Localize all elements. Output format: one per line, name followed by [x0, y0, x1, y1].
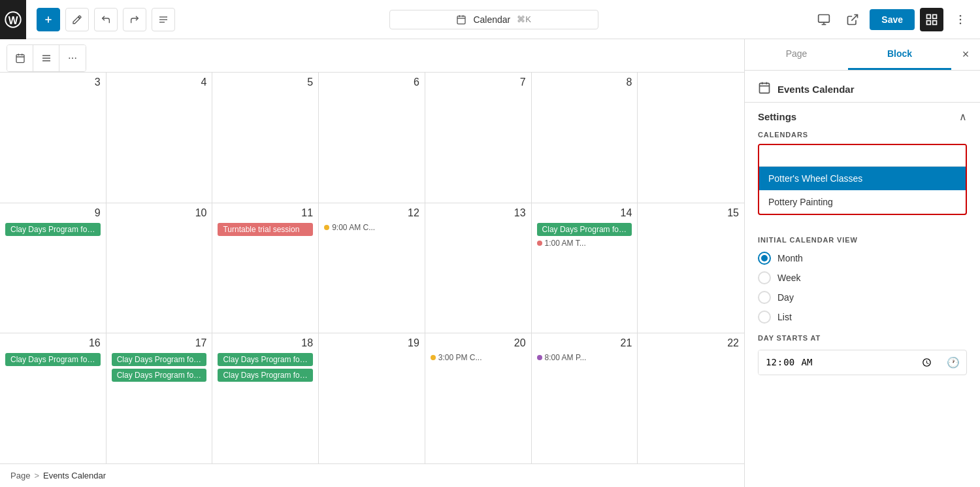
event-pill[interactable]: Clay Days Program for Kids	[112, 353, 207, 366]
keyboard-shortcut: ⌘K	[517, 14, 531, 24]
calendar-cell: 9 Clay Days Program for Kids	[0, 203, 106, 333]
calendar-cell: 13	[425, 203, 532, 333]
event-dot	[537, 241, 542, 246]
calendars-label: CALENDARS	[758, 131, 967, 139]
title-box[interactable]: Calendar ⌘K	[389, 10, 598, 29]
more-block-options-button[interactable]	[59, 45, 86, 71]
calendar-view-button[interactable]	[7, 45, 33, 71]
panel-close-button[interactable]: ×	[951, 39, 980, 70]
event-dot	[324, 225, 329, 230]
svg-point-30	[72, 58, 73, 59]
calendar-row-3: 16 Clay Days Program for Kids 17 Clay Da…	[0, 333, 744, 463]
redo-button[interactable]	[123, 8, 146, 31]
calendar-row-1: 3 4 5 6 7 8	[0, 72, 744, 203]
desktop-preview-button[interactable]	[812, 8, 836, 31]
calendar-cell: 10	[106, 203, 213, 333]
event-time[interactable]: 9:00 AM C...	[332, 223, 375, 232]
calendar-cell: 16 Clay Days Program for Kids	[0, 333, 106, 463]
cell-date: 22	[643, 337, 739, 349]
event-pill[interactable]: Clay Days Program for Kids	[5, 223, 101, 236]
calendar-area: 3 4 5 6 7 8	[0, 39, 745, 487]
breadcrumb-current: Events Calendar	[43, 471, 106, 480]
svg-rect-15	[927, 14, 931, 18]
event-pill[interactable]: Clay Days Program for Kids	[112, 369, 207, 382]
calendar-cell: 5	[212, 73, 319, 203]
svg-point-21	[960, 22, 962, 24]
event-dot-row: 9:00 AM C...	[324, 223, 419, 232]
event-time[interactable]: 8:00 AM P...	[545, 353, 587, 362]
toolbar-center: Calendar ⌘K	[180, 10, 807, 29]
calendar-cell: 15	[638, 203, 744, 333]
day-starts-label: DAY STARTS AT	[758, 334, 967, 342]
radio-item-week[interactable]: Week	[758, 271, 967, 284]
cell-date: 11	[218, 207, 313, 219]
right-panel: Page Block × Events Calendar Settings ∧ …	[745, 39, 980, 487]
event-dot-row: 1:00 AM T...	[537, 239, 632, 248]
main-layout: 3 4 5 6 7 8	[0, 39, 980, 487]
cell-date: 12	[324, 207, 419, 219]
event-pill[interactable]: Clay Days Program for Kids	[5, 353, 101, 366]
svg-point-19	[960, 14, 962, 16]
tab-page[interactable]: Page	[745, 39, 848, 70]
calendar-cell	[638, 73, 744, 203]
breadcrumb-page[interactable]: Page	[10, 471, 30, 480]
external-link-button[interactable]	[841, 8, 864, 31]
add-block-button[interactable]	[37, 8, 60, 31]
cell-date: 4	[112, 76, 207, 88]
settings-chevron-icon[interactable]: ∧	[959, 110, 967, 123]
radio-circle-month	[758, 252, 771, 265]
calendar-option-pottery-painting[interactable]: Pottery Painting	[759, 190, 966, 214]
calendar-cell: 12 9:00 AM C...	[319, 203, 425, 333]
event-pill[interactable]: Clay Days Program for Kids	[218, 353, 313, 366]
calendar-option-potters-wheel[interactable]: Potter's Wheel Classes	[759, 167, 966, 190]
clock-icon: 🕐	[940, 356, 966, 369]
calendars-search-input[interactable]	[759, 145, 966, 167]
radio-item-month[interactable]: Month	[758, 252, 967, 265]
event-pill[interactable]: Clay Days Program for Kids	[218, 369, 313, 382]
calendar-cell: 20 3:00 PM C...	[425, 333, 532, 463]
svg-rect-7	[457, 16, 465, 24]
breadcrumb: Page > Events Calendar	[0, 463, 744, 487]
day-starts-section: DAY STARTS AT 🕐	[745, 334, 980, 386]
cell-date: 7	[431, 76, 526, 88]
initial-view-section: INITIAL CALENDAR VIEW Month Week Day Lis…	[745, 226, 980, 334]
calendar-cell: 17 Clay Days Program for Kids Clay Days …	[106, 333, 213, 463]
event-pill[interactable]: Clay Days Program for Kids	[537, 223, 632, 236]
radio-item-list[interactable]: List	[758, 311, 967, 324]
settings-button[interactable]	[920, 8, 943, 31]
calendars-section: CALENDARS Potter's Wheel Classes Pottery…	[745, 131, 980, 226]
edit-tool-button[interactable]	[65, 8, 89, 31]
list-view-button[interactable]	[152, 8, 175, 31]
event-dot	[537, 355, 542, 360]
undo-button[interactable]	[94, 8, 118, 31]
calendar-cell: 22	[638, 333, 744, 463]
save-button[interactable]: Save	[870, 9, 915, 30]
cell-date: 15	[643, 207, 739, 219]
radio-circle-week	[758, 271, 771, 284]
wp-logo[interactable]: W	[0, 0, 26, 39]
events-calendar-icon	[758, 81, 771, 97]
day-starts-input[interactable]	[759, 350, 940, 375]
radio-label-list: List	[777, 312, 792, 322]
calendars-dropdown-box: Potter's Wheel Classes Pottery Painting	[758, 144, 967, 215]
calendar-cell: 18 Clay Days Program for Kids Clay Days …	[212, 333, 319, 463]
radio-item-day[interactable]: Day	[758, 291, 967, 304]
cell-date: 6	[324, 76, 419, 88]
calendar-cell: 6	[319, 73, 425, 203]
list-view-mode-button[interactable]	[33, 45, 59, 71]
breadcrumb-separator: >	[34, 471, 39, 480]
cell-date: 5	[218, 76, 313, 88]
calendar-grid: 3 4 5 6 7 8	[0, 72, 744, 463]
cell-date: 13	[431, 207, 526, 219]
svg-rect-17	[927, 20, 931, 24]
more-options-button[interactable]	[949, 8, 972, 31]
cell-date: 14	[537, 207, 632, 219]
event-time[interactable]: 3:00 PM C...	[438, 353, 482, 362]
event-time[interactable]: 1:00 AM T...	[545, 239, 586, 248]
event-pill[interactable]: Turntable trial session	[218, 223, 313, 236]
cell-date: 8	[537, 76, 632, 88]
toolbar-right: Save	[812, 8, 972, 31]
radio-circle-day	[758, 291, 771, 304]
calendar-cell: 3	[0, 73, 106, 203]
tab-block[interactable]: Block	[848, 39, 951, 70]
